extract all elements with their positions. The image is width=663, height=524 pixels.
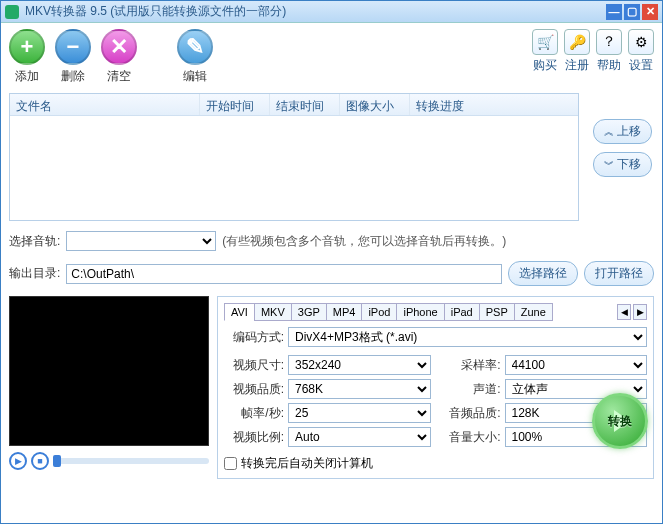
file-list[interactable]: 文件名 开始时间 结束时间 图像大小 转换进度 [9,93,579,221]
settings-panel: AVI MKV 3GP MP4 iPod iPhone iPad PSP Zun… [217,296,654,479]
tab-psp[interactable]: PSP [479,303,515,321]
tab-mp4[interactable]: MP4 [326,303,363,321]
app-icon [5,5,19,19]
tab-scroll-left[interactable]: ◀ [617,304,631,320]
fps-select[interactable]: 25 [288,403,431,423]
track-label: 选择音轨: [9,233,60,250]
tab-ipod[interactable]: iPod [361,303,397,321]
samplerate-select[interactable]: 44100 [505,355,648,375]
col-start[interactable]: 开始时间 [200,94,270,115]
tab-zune[interactable]: Zune [514,303,553,321]
ratio-select[interactable]: Auto [288,427,431,447]
minus-icon: − [55,29,91,65]
stop-button[interactable]: ■ [31,452,49,470]
help-icon: ？ [596,29,622,55]
key-icon: 🔑 [564,29,590,55]
track-hint: (有些视频包含多个音轨，您可以选择音轨后再转换。) [222,233,506,250]
maximize-button[interactable]: ▢ [624,4,640,20]
tab-mkv[interactable]: MKV [254,303,292,321]
enc-label: 编码方式: [224,329,284,346]
x-icon: ✕ [101,29,137,65]
chevron-up-icon: ︽ [604,125,614,139]
plus-icon: + [9,29,45,65]
seek-slider[interactable] [53,458,209,464]
size-select[interactable]: 352x240 [288,355,431,375]
settings-button[interactable]: ⚙设置 [628,29,654,74]
buy-button[interactable]: 🛒购买 [532,29,558,74]
gear-icon: ⚙ [628,29,654,55]
shutdown-checkbox[interactable] [224,457,237,470]
col-imgsize[interactable]: 图像大小 [340,94,410,115]
audio-track-row: 选择音轨: (有些视频包含多个音轨，您可以选择音轨后再转换。) [9,231,654,251]
convert-button[interactable]: 转换 [592,393,648,449]
chevron-down-icon: ︾ [604,158,614,172]
video-preview [9,296,209,446]
remove-button[interactable]: − 删除 [55,29,91,85]
cart-icon: 🛒 [532,29,558,55]
titlebar: MKV转换器 9.5 (试用版只能转换源文件的一部分) — ▢ ✕ [1,1,662,23]
minimize-button[interactable]: — [606,4,622,20]
tab-iphone[interactable]: iPhone [396,303,444,321]
col-progress[interactable]: 转换进度 [410,94,578,115]
output-path-input[interactable] [66,264,502,284]
format-tabs: AVI MKV 3GP MP4 iPod iPhone iPad PSP Zun… [224,303,647,321]
clear-button[interactable]: ✕ 清空 [101,29,137,85]
help-button[interactable]: ？帮助 [596,29,622,74]
browse-button[interactable]: 选择路径 [508,261,578,286]
list-header: 文件名 开始时间 结束时间 图像大小 转换进度 [10,94,578,116]
tab-scroll-right[interactable]: ▶ [633,304,647,320]
track-select[interactable] [66,231,216,251]
register-button[interactable]: 🔑注册 [564,29,590,74]
preview-panel: ▶ ■ [9,296,209,479]
enc-select[interactable]: DivX4+MP3格式 (*.avi) [288,327,647,347]
window-title: MKV转换器 9.5 (试用版只能转换源文件的一部分) [25,3,604,20]
tab-3gp[interactable]: 3GP [291,303,327,321]
col-end[interactable]: 结束时间 [270,94,340,115]
edit-button[interactable]: ✎ 编辑 [177,29,213,85]
tab-ipad[interactable]: iPad [444,303,480,321]
col-filename[interactable]: 文件名 [10,94,200,115]
output-row: 输出目录: 选择路径 打开路径 [9,261,654,286]
close-button[interactable]: ✕ [642,4,658,20]
add-button[interactable]: + 添加 [9,29,45,85]
slider-thumb[interactable] [53,455,61,467]
shutdown-label: 转换完后自动关闭计算机 [241,455,373,472]
edit-icon: ✎ [177,29,213,65]
play-button[interactable]: ▶ [9,452,27,470]
tab-avi[interactable]: AVI [224,303,255,321]
move-down-button[interactable]: ︾下移 [593,152,652,177]
main-toolbar: + 添加 − 删除 ✕ 清空 ✎ 编辑 🛒购买 🔑注册 ？帮助 ⚙设置 [9,29,654,85]
video-quality-select[interactable]: 768K [288,379,431,399]
output-label: 输出目录: [9,265,60,282]
open-path-button[interactable]: 打开路径 [584,261,654,286]
move-up-button[interactable]: ︽上移 [593,119,652,144]
